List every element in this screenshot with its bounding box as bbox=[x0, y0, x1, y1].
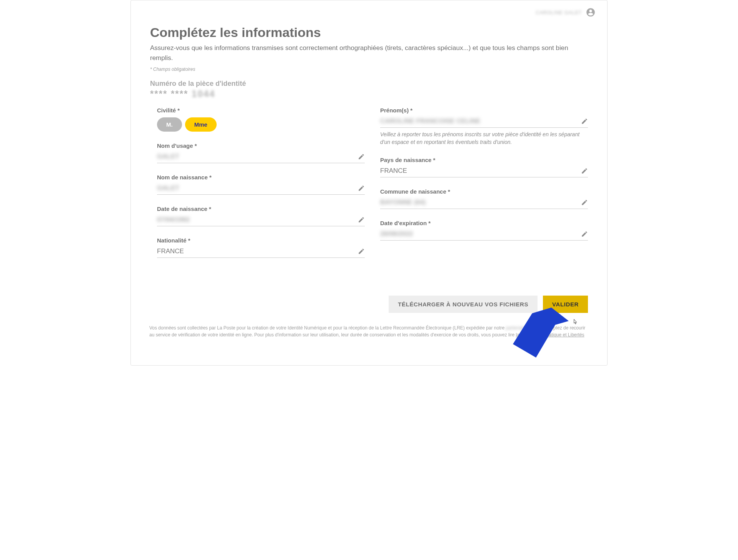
usage-name-input[interactable]: GALET bbox=[157, 153, 358, 160]
pencil-icon[interactable] bbox=[358, 153, 365, 160]
action-button-row: TÉLÉCHARGER À NOUVEAU VOS FICHIERS VALID… bbox=[131, 284, 607, 317]
expiry-date-input[interactable]: 28/08/2022 bbox=[380, 230, 581, 238]
birth-name-input[interactable]: GALET bbox=[157, 184, 358, 192]
birth-date-field: Date de naissance * 07/04/1982 bbox=[157, 206, 365, 226]
first-names-hint: Veillez à reporter tous les prénoms insc… bbox=[380, 131, 588, 146]
header-bar: CAROLINE GALET bbox=[131, 0, 607, 21]
birth-name-label: Nom de naissance * bbox=[157, 174, 365, 181]
required-note: * Champs obligatoires bbox=[150, 67, 588, 72]
nationality-input[interactable]: FRANCE bbox=[157, 247, 358, 255]
legal-text: Vos données sont collectées par La Poste… bbox=[131, 317, 607, 341]
validate-button[interactable]: VALIDER bbox=[543, 296, 588, 313]
pencil-icon[interactable] bbox=[358, 216, 365, 223]
birth-name-field: Nom de naissance * GALET bbox=[157, 174, 365, 195]
reupload-button[interactable]: TÉLÉCHARGER À NOUVEAU VOS FICHIERS bbox=[389, 296, 538, 313]
expiry-date-field: Date d'expiration * 28/08/2022 bbox=[380, 220, 588, 241]
civility-label: Civilité * bbox=[157, 107, 365, 114]
expiry-date-label: Date d'expiration * bbox=[380, 220, 588, 226]
pencil-icon[interactable] bbox=[581, 199, 588, 206]
page-subtitle: Assurez-vous que les informations transm… bbox=[150, 43, 588, 63]
first-names-field: Prénom(s) * CAROLINE FRANCOISE CELINE Ve… bbox=[380, 107, 588, 146]
usage-name-field: Nom d'usage * GALET bbox=[157, 142, 365, 163]
avatar-icon[interactable] bbox=[586, 7, 596, 17]
first-names-input[interactable]: CAROLINE FRANCOISE CELINE bbox=[380, 117, 581, 125]
pencil-icon[interactable] bbox=[581, 231, 588, 237]
page-title: Complétez les informations bbox=[150, 25, 588, 40]
first-names-label: Prénom(s) * bbox=[380, 107, 588, 114]
pencil-icon[interactable] bbox=[358, 248, 365, 255]
legal-charter-link[interactable]: la Charte Informatique et Libertés bbox=[516, 332, 584, 338]
birth-country-field: Pays de naissance * FRANCE bbox=[380, 157, 588, 177]
birth-commune-label: Commune de naissance * bbox=[380, 188, 588, 195]
civility-field: Civilité * M. Mme bbox=[157, 107, 365, 132]
nationality-label: Nationalité * bbox=[157, 237, 365, 244]
birth-commune-field: Commune de naissance * BAYONNE (64) bbox=[380, 188, 588, 209]
birth-commune-input[interactable]: BAYONNE (64) bbox=[380, 199, 581, 206]
pencil-icon[interactable] bbox=[581, 118, 588, 125]
pencil-icon[interactable] bbox=[358, 185, 365, 192]
nationality-field: Nationalité * FRANCE bbox=[157, 237, 365, 258]
birth-country-label: Pays de naissance * bbox=[380, 157, 588, 163]
pencil-icon[interactable] bbox=[581, 167, 588, 174]
civility-m-button[interactable]: M. bbox=[157, 117, 182, 132]
civility-mme-button[interactable]: Mme bbox=[185, 117, 217, 132]
id-number-label: Numéro de la pièce d'identité bbox=[150, 80, 588, 88]
header-user-name: CAROLINE GALET bbox=[536, 10, 582, 15]
birth-date-label: Date de naissance * bbox=[157, 206, 365, 212]
birth-country-input[interactable]: FRANCE bbox=[380, 167, 581, 175]
birth-date-input[interactable]: 07/04/1982 bbox=[157, 216, 358, 224]
id-number-value: **** **** 1044 bbox=[150, 89, 588, 99]
usage-name-label: Nom d'usage * bbox=[157, 142, 365, 149]
